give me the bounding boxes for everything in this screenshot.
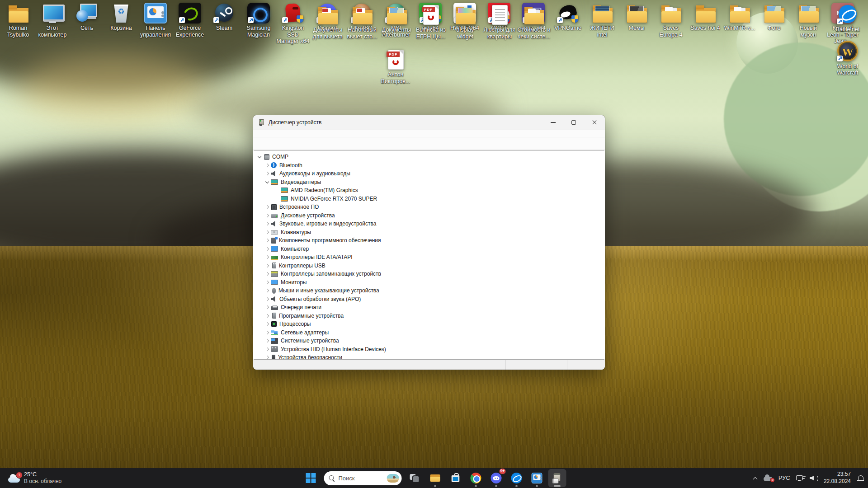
tree-item-hid-devices[interactable]: Устройства HID (Human Interface Devices) — [254, 345, 604, 354]
desktop-icon-winmtr[interactable]: WinMTR-v... — [722, 1, 757, 46]
tree-item-usb-controllers[interactable]: Контроллеры USB — [254, 262, 604, 270]
tree-item-system-devices[interactable]: Системные устройства — [254, 337, 604, 345]
tree-item-sound-game-video[interactable]: Звуковые, игровые и видеоустройства — [254, 220, 604, 228]
chevron-right-icon[interactable] — [264, 286, 271, 295]
desktop-icon-saves-europa[interactable]: Saves Europa 4 — [654, 1, 688, 46]
chevron-right-icon[interactable] — [264, 262, 271, 270]
tree-item-print-queues[interactable]: Очереди печати — [254, 303, 604, 312]
file-explorer-button[interactable] — [426, 469, 444, 487]
desktop-icon-network[interactable]: Сеть — [70, 1, 104, 46]
search-input[interactable] — [339, 475, 383, 482]
chevron-right-icon[interactable] — [264, 328, 271, 337]
discord-button[interactable]: 9+ — [487, 469, 505, 487]
network-icon[interactable] — [796, 475, 804, 481]
tree-item-security-devices[interactable]: Устройства безопасности — [254, 353, 604, 360]
desktop-icon-geforce-experience[interactable]: GeForce Experience — [173, 1, 207, 46]
chevron-down-icon[interactable] — [264, 178, 271, 186]
desktop-icon-memes[interactable]: Мемы — [619, 1, 654, 46]
weather-widget[interactable]: 1 25°C В осн. облачно — [5, 468, 65, 488]
desktop-icon-roman-tsybulko[interactable]: Roman Tsybulko — [1, 1, 35, 46]
chevron-right-icon[interactable] — [264, 295, 271, 303]
tree-item-storage-controllers[interactable]: Контроллеры запоминающих устройств — [254, 270, 604, 278]
chevron-right-icon[interactable] — [264, 203, 271, 211]
tree-item-disk-drives[interactable]: Дисковые устройства — [254, 211, 604, 220]
chevron-right-icon[interactable] — [264, 320, 271, 328]
chevron-right-icon[interactable] — [264, 270, 271, 278]
desktop-icon-egrn-extract[interactable]: PDFВыписка из ЕГРН Цы... — [414, 3, 448, 40]
desktop-icon-docs-deduction[interactable]: Документы для вычета — [311, 3, 344, 40]
desktop-icon-kingston-ssd-manager[interactable]: Kingston SSD Manager x64 — [276, 1, 310, 46]
desktop-icon-new-music[interactable]: Новый музон — [791, 1, 826, 46]
tree-item-processors[interactable]: Процессоры — [254, 320, 604, 328]
tree-item-firmware[interactable]: Встроенное ПО — [254, 203, 604, 211]
chevron-right-icon[interactable] — [264, 236, 271, 244]
onedrive-icon[interactable] — [764, 477, 773, 481]
tree-item-software-devices[interactable]: Программные устройства — [254, 312, 604, 320]
desktop-icon-control-panel[interactable]: Панель управления — [138, 1, 173, 46]
chevron-right-icon[interactable] — [264, 253, 271, 261]
desktop-icon-wow[interactable]: WWorld of Warcraft — [829, 39, 867, 76]
chevron-right-icon[interactable] — [264, 303, 271, 311]
task-view-button[interactable] — [406, 469, 424, 487]
battlenet-button[interactable] — [508, 469, 526, 487]
chevron-down-icon[interactable] — [256, 153, 263, 161]
close-button[interactable] — [584, 115, 605, 130]
desktop-icon-samsung-magician[interactable]: Samsung Magician — [241, 1, 276, 46]
volume-icon[interactable] — [810, 475, 818, 481]
chevron-right-icon[interactable] — [264, 353, 271, 360]
desktop-icon-vpngame[interactable]: VPNGame — [551, 1, 585, 46]
microsoft-store-button[interactable] — [447, 469, 465, 487]
desktop-icon-display-widget[interactable]: display widget — [448, 3, 482, 40]
start-button[interactable] — [302, 469, 320, 487]
desktop-icon-saves-hoi4[interactable]: Saves hoi 4 — [688, 1, 722, 46]
clock[interactable]: 23:57 22.08.2024 — [824, 471, 851, 485]
tree-item-video-adapters[interactable]: Видеоадаптеры — [254, 178, 604, 187]
tree-item-software-components[interactable]: Компоненты программного обеспечения — [254, 236, 604, 245]
chevron-right-icon[interactable] — [264, 228, 271, 236]
chevron-right-icon[interactable] — [264, 169, 271, 178]
tree-item-amd-radeon[interactable]: AMD Radeon(TM) Graphics — [254, 186, 604, 195]
tree-item-computer[interactable]: Компьютер — [254, 245, 604, 253]
bing-daily-image[interactable] — [387, 474, 399, 483]
chevron-right-icon[interactable] — [264, 278, 271, 286]
desktop-icon-battlenet[interactable]: Battle.net — [829, 2, 867, 33]
hidden-icons-chevron[interactable] — [754, 477, 758, 481]
chrome-button[interactable] — [467, 469, 485, 487]
notifications-bell-icon[interactable] — [858, 475, 863, 481]
search-box[interactable] — [324, 471, 402, 485]
chevron-right-icon[interactable] — [264, 161, 271, 169]
language-indicator[interactable]: РУС — [778, 475, 790, 481]
desktop-icon-steam[interactable]: Steam — [207, 1, 241, 46]
desktop-icon-photo[interactable]: Фото — [757, 1, 791, 46]
device-manager-button[interactable] — [548, 469, 566, 487]
desktop-icon-documents[interactable]: Документы — [380, 3, 413, 40]
tree-item-network-adapters[interactable]: Сетевые адаптеры — [254, 328, 604, 337]
chevron-right-icon[interactable] — [264, 211, 271, 220]
window-titlebar[interactable]: Диспетчер устройств — [253, 115, 605, 130]
minimize-button[interactable] — [542, 115, 563, 130]
chevron-right-icon[interactable] — [264, 345, 271, 353]
chevron-right-icon[interactable] — [264, 337, 271, 345]
chevron-right-icon[interactable] — [264, 312, 271, 320]
chevron-right-icon[interactable] — [264, 245, 271, 253]
tree-item-bluetooth[interactable]: ᛒBluetooth — [254, 161, 604, 170]
chevron-right-icon[interactable] — [264, 220, 271, 228]
desktop-icon-this-pc[interactable]: Этот компьютер — [35, 1, 70, 46]
desktop-icon-anton-viktorov[interactable]: PDFАнтон Викторов... — [378, 47, 413, 84]
maximize-button[interactable] — [563, 115, 584, 130]
desktop-icon-chandeliers[interactable]: Люстры для квартиры — [483, 3, 516, 40]
desktop-icon-recycle-bin[interactable]: ♻Корзина — [104, 1, 138, 46]
tree-item-ide-controllers[interactable]: Контроллеры IDE ATA/ATAPI — [254, 253, 604, 262]
tree-item-audio-io[interactable]: Аудиовходы и аудиовыходы — [254, 169, 604, 178]
tree-item-keyboards[interactable]: Клавиатуры — [254, 228, 604, 237]
desktop-icon-zhipegi-intel[interactable]: ЖИПЕГИ intel — [585, 1, 619, 46]
desktop-icon-tax-deduction[interactable]: Налоговый вычет сто... — [345, 3, 379, 40]
tree-item-root[interactable]: COMP — [254, 153, 604, 161]
control-panel-button[interactable] — [528, 469, 546, 487]
tree-item-apo[interactable]: Объекты обработки звука (APO) — [254, 295, 604, 304]
tree-item-monitors[interactable]: Мониторы — [254, 278, 604, 287]
desktop-icon-cost-receipts[interactable]: Стоимость и чеки систе... — [517, 3, 551, 40]
tree-item-mice[interactable]: Мыши и иные указывающие устройства — [254, 286, 604, 295]
tree-item-nvidia-rtx2070[interactable]: NVIDIA GeForce RTX 2070 SUPER — [254, 195, 604, 203]
software-component-icon — [271, 238, 276, 244]
